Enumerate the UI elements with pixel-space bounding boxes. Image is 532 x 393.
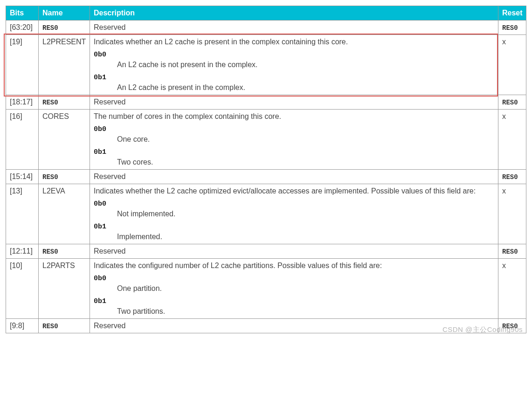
reset-cell: RES0 — [498, 170, 526, 184]
table-row: [9:8]RES0ReservedRES0 — [6, 319, 526, 333]
table-row: [18:17]RES0ReservedRES0 — [6, 95, 526, 110]
header-reset: Reset — [498, 6, 526, 21]
description-intro: Indicates whether the L2 cache optimized… — [94, 187, 494, 195]
table-row: [13]L2EVAIndicates whether the L2 cache … — [6, 184, 526, 244]
bit-value-text: One partition. — [117, 284, 494, 293]
res0-label: RES0 — [42, 323, 58, 330]
table-header-row: Bits Name Description Reset — [6, 6, 526, 21]
description-intro: Reserved — [94, 247, 494, 255]
name-cell: CORES — [39, 110, 90, 170]
table-row: [19]L2PRESENTIndicates whether an L2 cac… — [6, 35, 526, 95]
bits-cell: [16] — [6, 110, 39, 170]
res0-label: RES0 — [42, 248, 58, 255]
reset-cell: x — [498, 35, 526, 95]
description-intro: The number of cores in the complex conta… — [94, 112, 494, 121]
table-row: [16]CORESThe number of cores in the comp… — [6, 110, 526, 170]
name-cell: L2EVA — [39, 184, 90, 244]
res0-label: RES0 — [502, 99, 518, 106]
bits-cell: [10] — [6, 259, 39, 319]
description-cell: Reserved — [90, 95, 498, 110]
description-intro: Reserved — [94, 98, 494, 106]
name-cell: L2PRESENT — [39, 35, 90, 95]
table-row: [15:14]RES0ReservedRES0 — [6, 170, 526, 184]
description-intro: Reserved — [94, 172, 494, 181]
res0-label: RES0 — [502, 248, 518, 255]
description-cell: The number of cores in the complex conta… — [90, 110, 498, 170]
reset-cell: x — [498, 184, 526, 244]
description-intro: Reserved — [94, 322, 494, 330]
table-row: [12:11]RES0ReservedRES0 — [6, 244, 526, 259]
description-cell: Reserved — [90, 244, 498, 259]
res0-label: RES0 — [502, 173, 518, 181]
description-cell: Reserved — [90, 21, 498, 35]
bit-value-text: One core. — [117, 135, 494, 144]
bit-value-code: 0b0 — [94, 51, 494, 59]
description-intro: Reserved — [94, 23, 494, 32]
bit-value-text: An L2 cache is not present in the comple… — [117, 61, 494, 69]
description-cell: Indicates whether an L2 cache is present… — [90, 35, 498, 95]
reset-cell: x — [498, 259, 526, 319]
bit-value-code: 0b1 — [94, 297, 494, 305]
bit-value-text: Not implemented. — [117, 210, 494, 218]
res0-label: RES0 — [502, 323, 518, 330]
reset-cell: x — [498, 110, 526, 170]
bit-value-text: Implemented. — [117, 233, 494, 241]
name-cell: RES0 — [39, 170, 90, 184]
header-description: Description — [90, 6, 498, 21]
bit-value-text: Two partitions. — [117, 307, 494, 316]
bit-value-code: 0b1 — [94, 148, 494, 156]
name-cell: RES0 — [39, 95, 90, 110]
table-row: [10]L2PARTSIndicates the configured numb… — [6, 259, 526, 319]
register-table: Bits Name Description Reset [63:20]RES0R… — [6, 6, 526, 333]
reset-cell: RES0 — [498, 21, 526, 35]
header-name: Name — [39, 6, 90, 21]
bits-cell: [19] — [6, 35, 39, 95]
res0-label: RES0 — [502, 24, 518, 32]
name-cell: L2PARTS — [39, 259, 90, 319]
res0-label: RES0 — [42, 24, 58, 32]
bit-value-code: 0b0 — [94, 125, 494, 133]
bit-value-code: 0b0 — [94, 200, 494, 208]
description-cell: Reserved — [90, 319, 498, 333]
description-cell: Reserved — [90, 170, 498, 184]
bits-cell: [12:11] — [6, 244, 39, 259]
header-bits: Bits — [6, 6, 39, 21]
bit-value-code: 0b1 — [94, 223, 494, 231]
bits-cell: [9:8] — [6, 319, 39, 333]
bit-value-code: 0b0 — [94, 275, 494, 283]
bits-cell: [18:17] — [6, 95, 39, 110]
reset-cell: RES0 — [498, 244, 526, 259]
res0-label: RES0 — [42, 99, 58, 106]
name-cell: RES0 — [39, 21, 90, 35]
bit-value-code: 0b1 — [94, 74, 494, 82]
table-row: [63:20]RES0ReservedRES0 — [6, 21, 526, 35]
bits-cell: [15:14] — [6, 170, 39, 184]
description-intro: Indicates the configured number of L2 ca… — [94, 262, 494, 270]
name-cell: RES0 — [39, 319, 90, 333]
reset-cell: RES0 — [498, 95, 526, 110]
reset-cell: RES0 — [498, 319, 526, 333]
bit-value-text: Two cores. — [117, 158, 494, 166]
bits-cell: [13] — [6, 184, 39, 244]
description-cell: Indicates whether the L2 cache optimized… — [90, 184, 498, 244]
description-cell: Indicates the configured number of L2 ca… — [90, 259, 498, 319]
name-cell: RES0 — [39, 244, 90, 259]
bits-cell: [63:20] — [6, 21, 39, 35]
res0-label: RES0 — [42, 173, 58, 181]
bit-value-text: An L2 cache is present in the complex. — [117, 83, 494, 92]
description-intro: Indicates whether an L2 cache is present… — [94, 38, 494, 46]
